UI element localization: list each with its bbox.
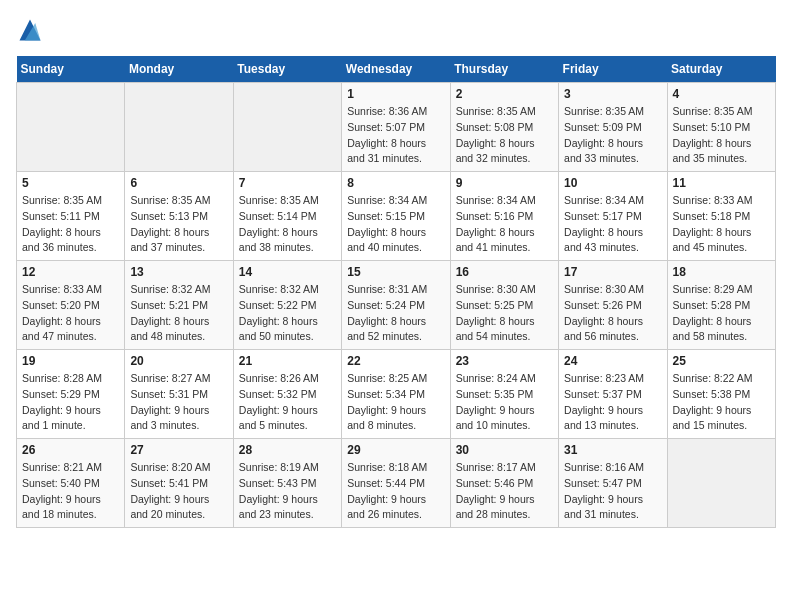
calendar-cell: 19Sunrise: 8:28 AM Sunset: 5:29 PM Dayli…	[17, 350, 125, 439]
calendar-cell: 13Sunrise: 8:32 AM Sunset: 5:21 PM Dayli…	[125, 261, 233, 350]
day-number: 22	[347, 354, 444, 368]
column-header-monday: Monday	[125, 56, 233, 83]
day-info: Sunrise: 8:33 AM Sunset: 5:20 PM Dayligh…	[22, 282, 119, 345]
day-info: Sunrise: 8:31 AM Sunset: 5:24 PM Dayligh…	[347, 282, 444, 345]
day-info: Sunrise: 8:26 AM Sunset: 5:32 PM Dayligh…	[239, 371, 336, 434]
page-header	[16, 16, 776, 44]
day-number: 4	[673, 87, 770, 101]
day-number: 5	[22, 176, 119, 190]
day-info: Sunrise: 8:27 AM Sunset: 5:31 PM Dayligh…	[130, 371, 227, 434]
day-info: Sunrise: 8:18 AM Sunset: 5:44 PM Dayligh…	[347, 460, 444, 523]
logo-icon	[16, 16, 44, 44]
day-info: Sunrise: 8:34 AM Sunset: 5:15 PM Dayligh…	[347, 193, 444, 256]
day-number: 9	[456, 176, 553, 190]
day-info: Sunrise: 8:30 AM Sunset: 5:26 PM Dayligh…	[564, 282, 661, 345]
day-number: 7	[239, 176, 336, 190]
calendar-cell: 31Sunrise: 8:16 AM Sunset: 5:47 PM Dayli…	[559, 439, 667, 528]
day-info: Sunrise: 8:34 AM Sunset: 5:16 PM Dayligh…	[456, 193, 553, 256]
day-number: 26	[22, 443, 119, 457]
day-info: Sunrise: 8:35 AM Sunset: 5:11 PM Dayligh…	[22, 193, 119, 256]
day-info: Sunrise: 8:20 AM Sunset: 5:41 PM Dayligh…	[130, 460, 227, 523]
day-number: 30	[456, 443, 553, 457]
day-info: Sunrise: 8:33 AM Sunset: 5:18 PM Dayligh…	[673, 193, 770, 256]
day-number: 16	[456, 265, 553, 279]
column-header-wednesday: Wednesday	[342, 56, 450, 83]
calendar-cell: 30Sunrise: 8:17 AM Sunset: 5:46 PM Dayli…	[450, 439, 558, 528]
week-row-1: 1Sunrise: 8:36 AM Sunset: 5:07 PM Daylig…	[17, 83, 776, 172]
day-number: 28	[239, 443, 336, 457]
calendar-cell: 6Sunrise: 8:35 AM Sunset: 5:13 PM Daylig…	[125, 172, 233, 261]
calendar-cell: 29Sunrise: 8:18 AM Sunset: 5:44 PM Dayli…	[342, 439, 450, 528]
calendar-cell: 9Sunrise: 8:34 AM Sunset: 5:16 PM Daylig…	[450, 172, 558, 261]
calendar-cell: 18Sunrise: 8:29 AM Sunset: 5:28 PM Dayli…	[667, 261, 775, 350]
calendar-header-row: SundayMondayTuesdayWednesdayThursdayFrid…	[17, 56, 776, 83]
day-number: 29	[347, 443, 444, 457]
day-number: 20	[130, 354, 227, 368]
day-number: 11	[673, 176, 770, 190]
calendar-cell: 25Sunrise: 8:22 AM Sunset: 5:38 PM Dayli…	[667, 350, 775, 439]
calendar-cell: 2Sunrise: 8:35 AM Sunset: 5:08 PM Daylig…	[450, 83, 558, 172]
day-number: 6	[130, 176, 227, 190]
day-number: 8	[347, 176, 444, 190]
column-header-thursday: Thursday	[450, 56, 558, 83]
day-info: Sunrise: 8:29 AM Sunset: 5:28 PM Dayligh…	[673, 282, 770, 345]
day-info: Sunrise: 8:28 AM Sunset: 5:29 PM Dayligh…	[22, 371, 119, 434]
calendar-cell: 1Sunrise: 8:36 AM Sunset: 5:07 PM Daylig…	[342, 83, 450, 172]
calendar-cell: 10Sunrise: 8:34 AM Sunset: 5:17 PM Dayli…	[559, 172, 667, 261]
day-number: 18	[673, 265, 770, 279]
day-info: Sunrise: 8:21 AM Sunset: 5:40 PM Dayligh…	[22, 460, 119, 523]
calendar-cell: 24Sunrise: 8:23 AM Sunset: 5:37 PM Dayli…	[559, 350, 667, 439]
calendar-cell: 21Sunrise: 8:26 AM Sunset: 5:32 PM Dayli…	[233, 350, 341, 439]
day-number: 15	[347, 265, 444, 279]
day-info: Sunrise: 8:35 AM Sunset: 5:14 PM Dayligh…	[239, 193, 336, 256]
calendar-cell: 3Sunrise: 8:35 AM Sunset: 5:09 PM Daylig…	[559, 83, 667, 172]
day-info: Sunrise: 8:36 AM Sunset: 5:07 PM Dayligh…	[347, 104, 444, 167]
column-header-saturday: Saturday	[667, 56, 775, 83]
day-info: Sunrise: 8:23 AM Sunset: 5:37 PM Dayligh…	[564, 371, 661, 434]
calendar-cell: 17Sunrise: 8:30 AM Sunset: 5:26 PM Dayli…	[559, 261, 667, 350]
calendar-cell	[17, 83, 125, 172]
day-number: 10	[564, 176, 661, 190]
day-info: Sunrise: 8:19 AM Sunset: 5:43 PM Dayligh…	[239, 460, 336, 523]
day-info: Sunrise: 8:17 AM Sunset: 5:46 PM Dayligh…	[456, 460, 553, 523]
day-number: 19	[22, 354, 119, 368]
calendar-cell: 28Sunrise: 8:19 AM Sunset: 5:43 PM Dayli…	[233, 439, 341, 528]
calendar-cell: 8Sunrise: 8:34 AM Sunset: 5:15 PM Daylig…	[342, 172, 450, 261]
day-number: 31	[564, 443, 661, 457]
calendar-cell: 23Sunrise: 8:24 AM Sunset: 5:35 PM Dayli…	[450, 350, 558, 439]
calendar-cell: 4Sunrise: 8:35 AM Sunset: 5:10 PM Daylig…	[667, 83, 775, 172]
day-number: 1	[347, 87, 444, 101]
calendar-cell: 16Sunrise: 8:30 AM Sunset: 5:25 PM Dayli…	[450, 261, 558, 350]
day-info: Sunrise: 8:32 AM Sunset: 5:21 PM Dayligh…	[130, 282, 227, 345]
day-info: Sunrise: 8:35 AM Sunset: 5:10 PM Dayligh…	[673, 104, 770, 167]
calendar-cell: 14Sunrise: 8:32 AM Sunset: 5:22 PM Dayli…	[233, 261, 341, 350]
calendar-cell	[667, 439, 775, 528]
calendar-table: SundayMondayTuesdayWednesdayThursdayFrid…	[16, 56, 776, 528]
calendar-cell: 5Sunrise: 8:35 AM Sunset: 5:11 PM Daylig…	[17, 172, 125, 261]
calendar-cell: 20Sunrise: 8:27 AM Sunset: 5:31 PM Dayli…	[125, 350, 233, 439]
logo	[16, 16, 48, 44]
calendar-cell: 26Sunrise: 8:21 AM Sunset: 5:40 PM Dayli…	[17, 439, 125, 528]
day-info: Sunrise: 8:16 AM Sunset: 5:47 PM Dayligh…	[564, 460, 661, 523]
week-row-4: 19Sunrise: 8:28 AM Sunset: 5:29 PM Dayli…	[17, 350, 776, 439]
day-info: Sunrise: 8:35 AM Sunset: 5:08 PM Dayligh…	[456, 104, 553, 167]
column-header-friday: Friday	[559, 56, 667, 83]
day-number: 2	[456, 87, 553, 101]
day-info: Sunrise: 8:22 AM Sunset: 5:38 PM Dayligh…	[673, 371, 770, 434]
day-info: Sunrise: 8:35 AM Sunset: 5:13 PM Dayligh…	[130, 193, 227, 256]
week-row-3: 12Sunrise: 8:33 AM Sunset: 5:20 PM Dayli…	[17, 261, 776, 350]
column-header-tuesday: Tuesday	[233, 56, 341, 83]
day-info: Sunrise: 8:25 AM Sunset: 5:34 PM Dayligh…	[347, 371, 444, 434]
calendar-cell	[233, 83, 341, 172]
calendar-cell: 7Sunrise: 8:35 AM Sunset: 5:14 PM Daylig…	[233, 172, 341, 261]
day-number: 3	[564, 87, 661, 101]
day-info: Sunrise: 8:35 AM Sunset: 5:09 PM Dayligh…	[564, 104, 661, 167]
week-row-2: 5Sunrise: 8:35 AM Sunset: 5:11 PM Daylig…	[17, 172, 776, 261]
day-number: 17	[564, 265, 661, 279]
day-number: 27	[130, 443, 227, 457]
day-info: Sunrise: 8:32 AM Sunset: 5:22 PM Dayligh…	[239, 282, 336, 345]
day-info: Sunrise: 8:34 AM Sunset: 5:17 PM Dayligh…	[564, 193, 661, 256]
calendar-cell: 27Sunrise: 8:20 AM Sunset: 5:41 PM Dayli…	[125, 439, 233, 528]
column-header-sunday: Sunday	[17, 56, 125, 83]
day-number: 24	[564, 354, 661, 368]
